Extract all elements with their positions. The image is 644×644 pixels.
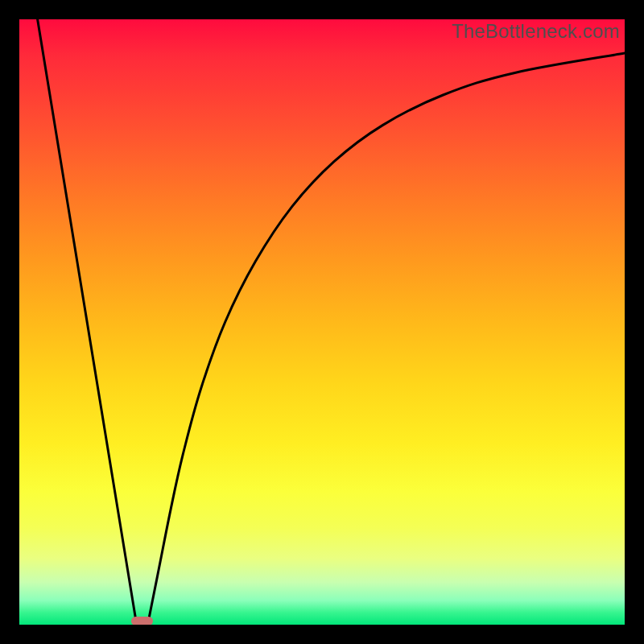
plot-area: TheBottleneck.com	[19, 19, 625, 625]
chart-container: TheBottleneck.com	[0, 0, 644, 644]
left-line	[38, 19, 137, 621]
chart-lines	[19, 19, 625, 625]
right-curve	[148, 53, 625, 621]
minimum-marker	[131, 617, 153, 625]
